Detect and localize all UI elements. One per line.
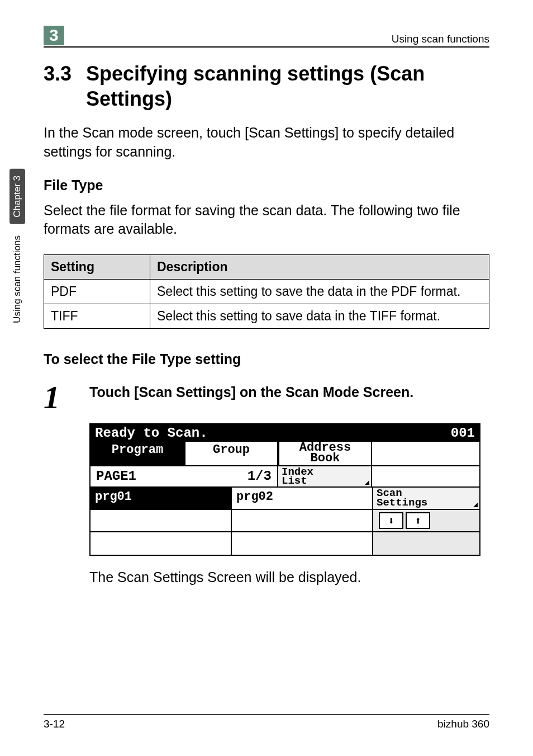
procedure-step: 1 Touch [Scan Settings] on the Scan Mode…: [44, 383, 489, 412]
section-title: Specifying scanning settings (Scan Setti…: [86, 61, 489, 111]
table-row: PDF Select this setting to save the data…: [44, 280, 489, 304]
section-intro: In the Scan mode screen, touch [Scan Set…: [44, 124, 489, 162]
cell-setting: PDF: [44, 280, 150, 304]
cell-description: Select this setting to save the data in …: [150, 280, 489, 304]
lcd-status: Ready to Scan.: [95, 426, 208, 441]
arrow-down-button[interactable]: ⬇: [379, 512, 403, 529]
lcd-counter: 001: [451, 426, 475, 441]
page-footer: 3-12 bizhub 360: [44, 714, 489, 730]
program-slot-4[interactable]: [232, 510, 373, 532]
program-slot-1[interactable]: prg01: [91, 488, 232, 510]
table-row: TIFF Select this setting to save data in…: [44, 304, 489, 329]
running-head: Using scan functions: [392, 33, 489, 45]
page-header: 3 Using scan functions: [44, 26, 489, 48]
tab-address-book[interactable]: Address Book: [278, 442, 372, 466]
program-slot-2[interactable]: prg02: [232, 488, 373, 510]
program-slot-5[interactable]: [91, 532, 232, 555]
tab-group[interactable]: Group: [184, 442, 278, 466]
scan-settings-button[interactable]: Scan Settings: [373, 488, 479, 510]
cell-description: Select this setting to save data in the …: [150, 304, 489, 329]
section-heading: 3.3 Specifying scanning settings (Scan S…: [44, 61, 489, 111]
step-number: 1: [44, 383, 75, 412]
procedure-heading: To select the File Type setting: [44, 351, 489, 367]
footer-model: bizhub 360: [437, 718, 489, 730]
lcd-page-label: PAGE1: [96, 469, 136, 484]
col-setting: Setting: [44, 255, 150, 280]
chapter-badge: 3: [44, 26, 64, 45]
arrow-up-button[interactable]: ⬆: [406, 512, 430, 529]
index-list-button[interactable]: Index List: [278, 466, 372, 486]
program-slot-6[interactable]: [232, 532, 373, 555]
device-screenshot: Ready to Scan. 001 Program Group Address…: [89, 423, 489, 556]
step-text: Touch [Scan Settings] on the Scan Mode S…: [89, 383, 489, 402]
section-number: 3.3: [44, 61, 72, 111]
filetype-heading: File Type: [44, 177, 489, 193]
filetype-intro: Select the file format for saving the sc…: [44, 201, 489, 239]
program-slot-3[interactable]: [91, 510, 232, 532]
tab-program[interactable]: Program: [91, 442, 184, 466]
lcd-page-count: 1/3: [248, 469, 272, 484]
step-result: The Scan Settings Screen will be display…: [89, 569, 489, 585]
cell-setting: TIFF: [44, 304, 150, 329]
footer-page-number: 3-12: [44, 718, 65, 730]
col-description: Description: [150, 255, 489, 280]
filetype-table: Setting Description PDF Select this sett…: [44, 254, 489, 329]
